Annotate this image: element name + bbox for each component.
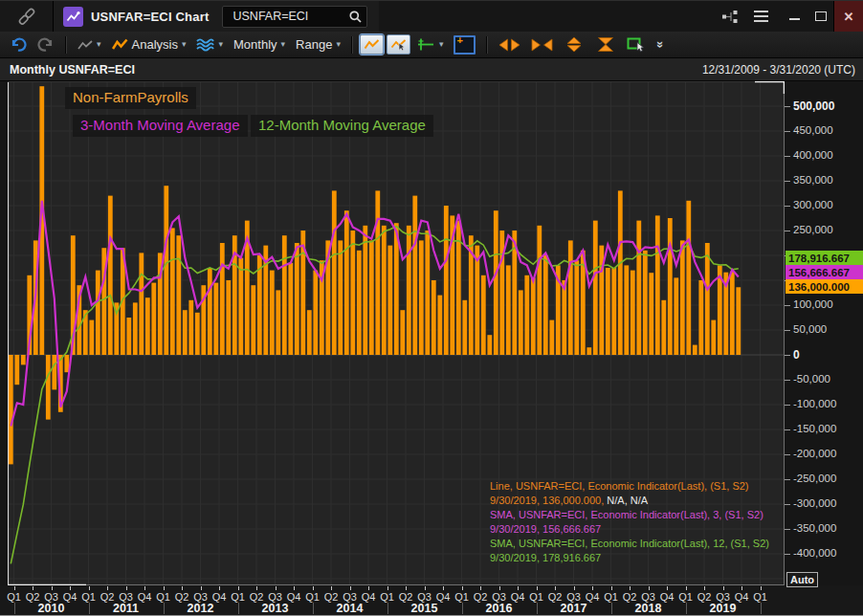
x-tick-mark (667, 586, 668, 590)
x-tick-mark (52, 586, 53, 590)
payrolls-bar (655, 215, 660, 355)
quarter-label: Q4 (212, 591, 227, 603)
window-controls: ✕ (782, 1, 863, 32)
range-dropdown[interactable]: Range ▾ (292, 35, 344, 54)
payrolls-bar (164, 186, 168, 355)
redo-button[interactable] (33, 35, 58, 55)
y-tick-mark (785, 454, 790, 455)
payrolls-bar (487, 335, 492, 355)
y-tick-label: 450,000 (793, 124, 833, 136)
year-separator (611, 603, 612, 614)
linked-windows-icon[interactable] (721, 10, 739, 24)
y-tick-mark (785, 305, 790, 306)
payrolls-bar (537, 226, 542, 355)
x-tick-mark (443, 586, 444, 590)
annotation-line: 9/30/2019, 136,000.000, N/A, N/A (490, 494, 769, 508)
payrolls-bar (618, 190, 623, 355)
year-label: 2013 (262, 602, 289, 615)
y-tick-label: 350,000 (793, 174, 833, 186)
expand-horizontal-icon (498, 37, 520, 53)
payrolls-bar (176, 235, 181, 355)
redo-icon (37, 37, 55, 53)
smoothing-button[interactable]: ▾ (192, 35, 227, 54)
symbol-search-input[interactable] (231, 9, 348, 24)
quarter-label: Q4 (138, 591, 152, 603)
symbol-search-box[interactable] (222, 6, 367, 28)
year-separator (761, 603, 762, 614)
collapse-vertical-button[interactable] (591, 34, 620, 55)
maximize-button[interactable] (808, 1, 833, 32)
payrolls-bar (649, 273, 653, 355)
quarter-label: Q1 (380, 591, 394, 603)
quarter-label: Q4 (660, 591, 675, 603)
window-title: USNFAR=ECI Chart (91, 10, 209, 24)
payrolls-bar (307, 310, 312, 355)
payrolls-bar (387, 246, 392, 355)
toolbar-overflow-icon[interactable]: » (654, 41, 669, 48)
axis-settings-button[interactable]: ▾ (413, 35, 448, 54)
expand-horizontal-button[interactable] (495, 35, 524, 55)
legend-item-sma12[interactable]: 12-Month Moving Average (251, 115, 433, 137)
payrolls-bar (549, 320, 554, 355)
payrolls-bar (96, 271, 100, 355)
analysis-button[interactable]: Analysis ▾ (108, 35, 190, 54)
legend-item-sma3[interactable]: 3-Month Moving Average (73, 115, 248, 137)
x-tick-mark (387, 586, 388, 590)
interval-dropdown[interactable]: Monthly ▾ (230, 35, 289, 54)
minimize-button[interactable] (782, 1, 808, 32)
quarter-label: Q4 (436, 591, 451, 603)
search-icon[interactable] (348, 10, 363, 24)
x-tick-mark (350, 586, 351, 590)
payrolls-bar (195, 313, 200, 355)
zoom-select-button[interactable] (623, 34, 651, 55)
x-tick-mark (555, 586, 556, 590)
add-pane-button[interactable]: + (450, 33, 479, 56)
dropdown-arrow-icon: ▾ (218, 40, 223, 49)
quarter-label: Q1 (529, 591, 543, 603)
expand-vertical-icon (564, 36, 585, 53)
x-axis[interactable]: Q1Q2Q3Q4Q1Q2Q3Q4Q1Q2Q3Q4Q1Q2Q3Q4Q1Q2Q3Q4… (0, 585, 863, 616)
analysis-icon (112, 38, 128, 51)
line-style-button[interactable]: ▾ (74, 37, 105, 53)
y-tick-label: -300,000 (793, 497, 836, 509)
y-tick-mark (785, 231, 790, 231)
menu-icon[interactable] (754, 11, 768, 22)
y-tick-label: -100,000 (793, 398, 836, 409)
year-label: 2017 (561, 602, 587, 615)
legend-item-nonfarm-payrolls[interactable]: Non-FarmPayrolls (65, 87, 196, 109)
x-tick-mark (592, 586, 593, 590)
collapse-horizontal-button[interactable] (527, 35, 557, 55)
payrolls-bar (698, 280, 703, 355)
payrolls-bar (412, 196, 417, 355)
payrolls-bar (562, 280, 566, 355)
channel-link-button[interactable] (0, 1, 54, 32)
close-button[interactable]: ✕ (833, 1, 863, 32)
x-tick-mark (144, 586, 145, 590)
undo-button[interactable] (6, 35, 31, 55)
link-icon (16, 6, 37, 27)
toolbar-separator (65, 36, 67, 54)
x-tick-mark (462, 586, 463, 590)
payrolls-bar (89, 320, 94, 355)
payrolls-bar (108, 196, 113, 355)
payrolls-bar (531, 277, 536, 355)
x-tick-mark (537, 586, 538, 590)
last-value-badge: 178,916.667 (786, 251, 863, 265)
y-tick-mark (785, 479, 790, 480)
y-tick-label: -150,000 (793, 423, 836, 434)
payrolls-bar (400, 310, 405, 355)
y-tick-mark (785, 156, 790, 157)
auto-scale-button[interactable]: Auto (786, 572, 818, 587)
chart-edit-button[interactable] (387, 34, 410, 55)
x-tick-mark (630, 586, 631, 590)
payrolls-bar (481, 275, 486, 355)
year-label: 2016 (486, 602, 513, 615)
payrolls-bar (208, 268, 212, 355)
payrolls-bar (686, 201, 691, 355)
expand-vertical-button[interactable] (560, 34, 588, 55)
payrolls-bar (363, 226, 367, 355)
payrolls-bar (288, 263, 293, 355)
year-separator (387, 603, 388, 614)
y-tick-mark (785, 529, 790, 530)
chart-type-button[interactable] (360, 34, 384, 55)
